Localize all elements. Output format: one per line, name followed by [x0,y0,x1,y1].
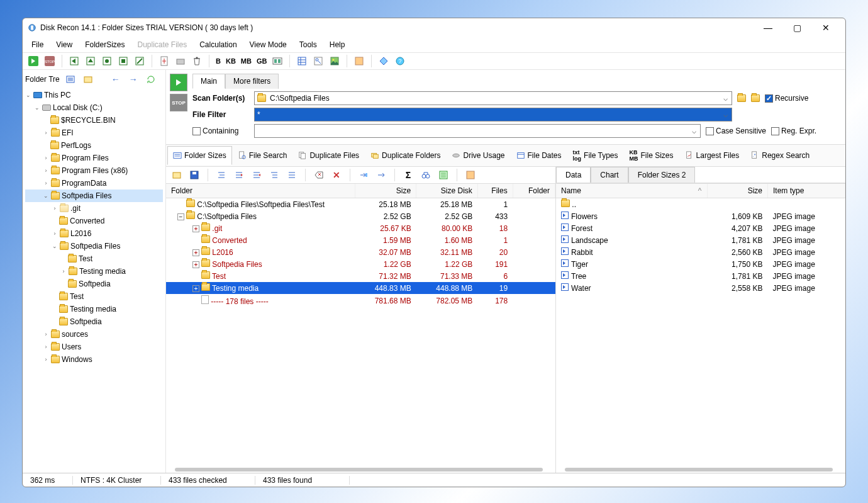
vtab-file-types[interactable]: txtlogFile Types [567,146,624,165]
list-row[interactable]: Landscape1,781 KBJPEG image [556,234,845,246]
vtab-file-sizes[interactable]: KBMBFile Sizes [624,146,679,165]
tb-icon-2[interactable] [84,54,97,68]
menu-file[interactable]: File [26,39,48,50]
col-size-disk[interactable]: Size Disk [416,184,478,198]
unit-gb-button[interactable]: GB [255,57,269,65]
rcol-type[interactable]: Item type [767,184,845,198]
rtab-chart[interactable]: Chart [591,167,628,183]
scan-start-icon[interactable] [26,54,40,68]
unit-mb-button[interactable]: MB [240,57,253,65]
list-row[interactable]: Tiger1,750 KBJPEG image [556,258,845,270]
gt-delete-x-icon[interactable]: ✕ [330,168,343,182]
vtab-file-dates[interactable]: File Dates [511,146,567,165]
folder-sizes-grid[interactable]: Folder Size Size Disk Files Folder C:\So… [166,183,555,466]
gt-misc-icon[interactable] [464,168,477,182]
list-row-up[interactable]: .. [556,198,845,211]
vtab-file-search[interactable]: File Search [232,146,293,165]
tb-icon-4[interactable] [116,54,130,68]
vtab-duplicate-folders[interactable]: Duplicate Folders [365,146,446,165]
unit-auto-icon[interactable] [270,54,284,68]
view-thumbs-icon[interactable] [328,54,342,68]
containing-combo[interactable] [254,124,701,138]
menu-view-mode[interactable]: View Mode [245,39,292,50]
list-row[interactable]: Tree1,781 KBJPEG image [556,270,845,282]
file-filter-combo[interactable]: * [254,108,732,122]
table-row[interactable]: Test71.32 MB71.33 MB6 [166,270,555,282]
vtab-folder-sizes[interactable]: Folder Sizes [167,146,232,165]
gt-indent-4-icon[interactable] [267,168,281,182]
titlebar[interactable]: Disk Recon 14.1 : Folder Sizes TRIAL VER… [23,18,845,37]
gt-arrow-icon[interactable] [374,168,388,182]
table-row[interactable]: C:\Softpedia Files\Softpedia Files\Test2… [166,198,555,211]
vtab-regex-search[interactable]: .*Regex Search [745,146,815,165]
folder-up-icon[interactable] [174,54,187,68]
horizontal-scrollbar-right[interactable] [556,466,845,473]
gt-export-icon[interactable] [437,168,450,182]
table-row[interactable]: Converted1.59 MB1.60 MB1 [166,234,555,246]
table-row[interactable]: ----- 178 files -----781.68 MB782.05 MB1… [166,294,555,307]
horizontal-scrollbar[interactable] [166,466,555,473]
gt-open-icon[interactable] [170,168,184,182]
menu-foldersizes[interactable]: FolderSizes [80,39,130,50]
gt-indent-2-icon[interactable] [232,168,246,182]
tb-icon-3[interactable] [100,54,114,68]
tree-fwd-icon[interactable]: → [126,72,140,86]
view-preview-icon[interactable] [311,54,325,68]
rtab-data[interactable]: Data [556,167,591,183]
rtab-folder-sizes-2[interactable]: Folder Sizes 2 [628,167,696,183]
menu-help[interactable]: Help [325,39,350,50]
containing-checkbox[interactable]: Containing [192,127,249,135]
gt-indent-5-icon[interactable] [285,168,299,182]
menu-tools[interactable]: Tools [294,39,322,50]
scan-go-button[interactable] [170,74,187,91]
scan-path-combo[interactable]: C:\Softpedia Files [254,91,732,105]
tree-btn-1[interactable] [64,72,77,86]
recursive-checkbox[interactable]: ✓Recursive [765,94,808,103]
minimize-button[interactable]: — [754,18,782,37]
regex-checkbox[interactable]: Reg. Expr. [771,127,816,135]
gt-indent-3-icon[interactable] [250,168,264,182]
table-row[interactable]: + Softpedia Files1.22 GB1.22 GB191 [166,258,555,270]
help-icon[interactable]: ? [393,54,407,68]
tree-refresh-icon[interactable] [144,72,158,86]
scan-stop-button[interactable]: STOP [170,94,187,111]
rcol-size[interactable]: Size [707,184,767,198]
gt-binoculars-icon[interactable] [419,168,433,182]
list-row[interactable]: Forest4,207 KBJPEG image [556,222,845,234]
list-row[interactable]: Flowers1,609 KBJPEG image [556,210,845,222]
gt-indent-1-icon[interactable] [214,168,228,182]
tb-diamond-icon[interactable] [377,54,391,68]
file-list-grid[interactable]: Name^ Size Item type .. Flowers1,609 KBJ… [556,183,845,466]
menu-view[interactable]: View [51,39,77,50]
folder-tree[interactable]: ⌄This PC ⌄Local Disk (C:) $RECYCLE.BIN ›… [25,89,163,473]
gt-save-icon[interactable] [187,168,201,182]
unit-b-button[interactable]: B [214,57,222,65]
table-row[interactable]: + .git25.67 KB80.00 KB18 [166,222,555,234]
unit-kb-button[interactable]: KB [225,57,237,65]
col-folder[interactable]: Folder [166,184,355,198]
list-row[interactable]: Water2,558 KBJPEG image [556,282,845,294]
tab-main[interactable]: Main [192,74,225,89]
col-folders[interactable]: Folder [513,184,555,198]
list-row[interactable]: Rabbit2,560 KBJPEG image [556,246,845,258]
table-row[interactable]: + L201632.07 MB32.11 MB20 [166,246,555,258]
tb-icon-1[interactable] [67,54,81,68]
scan-stop-icon[interactable]: STOP [43,54,57,68]
tab-more-filters[interactable]: More filters [225,74,279,89]
menu-calculation[interactable]: Calculation [194,39,242,50]
close-button[interactable]: ✕ [811,18,840,37]
tree-back-icon[interactable]: ← [109,72,123,86]
maximize-button[interactable]: ▢ [782,18,811,37]
gt-sigma-icon[interactable]: Σ [401,168,415,182]
gt-arrow-sel-icon[interactable] [357,168,370,182]
tb-icon-5[interactable] [133,54,147,68]
tree-btn-2[interactable] [81,72,95,86]
browse-folder-icon[interactable] [737,94,746,102]
case-sensitive-checkbox[interactable]: Case Sensitive [706,127,766,135]
browse-folder-icon-2[interactable] [751,94,760,102]
gt-delete-back-icon[interactable] [312,168,326,182]
col-files[interactable]: Files [477,184,513,198]
vtab-duplicate-files[interactable]: Duplicate Files [292,146,365,165]
table-row[interactable]: + Testing media448.83 MB448.88 MB19 [166,282,555,294]
delete-icon[interactable] [190,54,204,68]
